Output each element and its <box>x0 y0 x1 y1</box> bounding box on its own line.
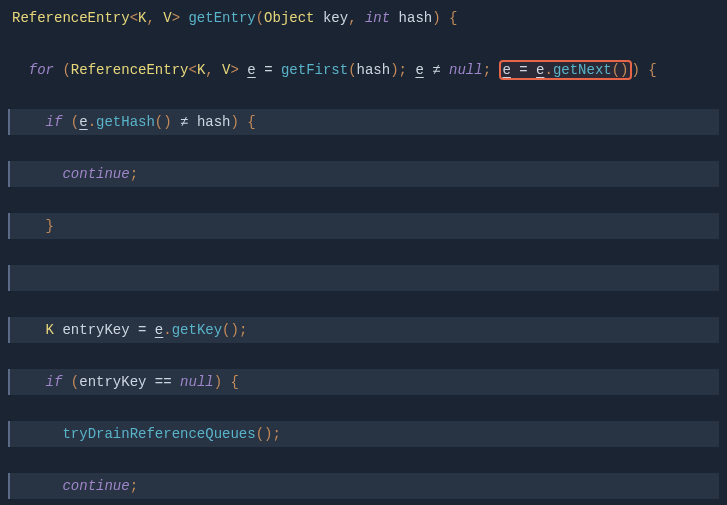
code-line: } <box>8 213 719 239</box>
method-name: getEntry <box>188 10 255 26</box>
code-line: if (e.getHash() ≠ hash) { <box>8 109 719 135</box>
code-line: ReferenceEntry<K, V> getEntry(Object key… <box>8 5 719 31</box>
code-line: if (entryKey == null) { <box>8 369 719 395</box>
code-line <box>8 265 719 291</box>
keyword-for: for <box>29 62 54 78</box>
code-line: K entryKey = e.getKey(); <box>8 317 719 343</box>
code-line: continue; <box>8 473 719 499</box>
highlighted-expression: e = e.getNext() <box>499 60 631 80</box>
code-line: tryDrainReferenceQueues(); <box>8 421 719 447</box>
code-block: ReferenceEntry<K, V> getEntry(Object key… <box>8 5 719 505</box>
code-line: continue; <box>8 161 719 187</box>
code-line: for (ReferenceEntry<K, V> e = getFirst(h… <box>8 57 719 83</box>
type-name: ReferenceEntry <box>12 10 130 26</box>
